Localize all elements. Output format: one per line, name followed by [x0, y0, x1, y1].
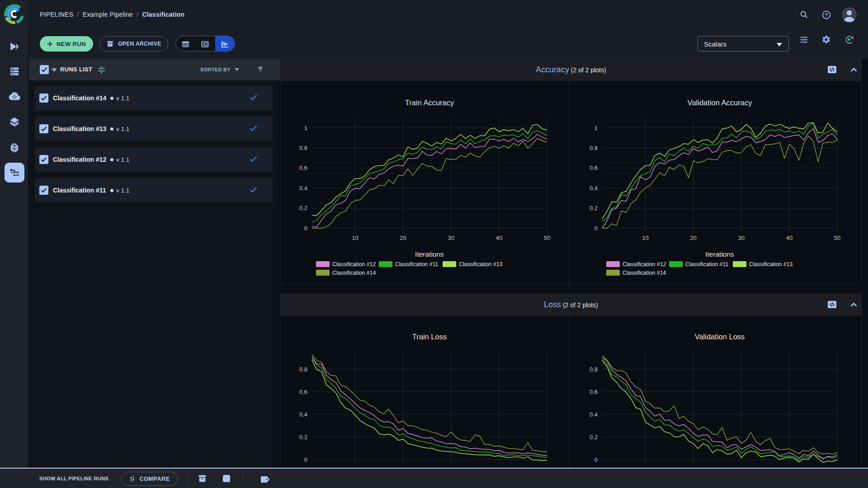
svg-text:40: 40: [786, 235, 793, 241]
svg-text:0.4: 0.4: [299, 185, 307, 192]
svg-text:Classification #14: Classification #14: [332, 270, 376, 276]
svg-text:Iterations: Iterations: [415, 250, 444, 258]
svg-text:0.4: 0.4: [590, 185, 598, 192]
svg-text:0.6: 0.6: [299, 389, 307, 395]
svg-text:0: 0: [594, 225, 598, 232]
svg-text:0.2: 0.2: [590, 434, 598, 441]
svg-text:Classification #11: Classification #11: [395, 261, 439, 267]
svg-text:Classification #14: Classification #14: [623, 270, 666, 276]
svg-text:Train Accuracy: Train Accuracy: [405, 99, 454, 107]
svg-text:0.8: 0.8: [590, 366, 598, 373]
svg-text:Validation Accuracy: Validation Accuracy: [688, 99, 753, 107]
svg-text:50: 50: [544, 235, 550, 241]
svg-text:Iterations: Iterations: [705, 250, 734, 258]
svg-text:0: 0: [594, 456, 598, 463]
svg-text:?: ?: [825, 12, 828, 18]
svg-text:0.6: 0.6: [590, 389, 598, 395]
svg-text:Classification #11: Classification #11: [685, 261, 729, 267]
svg-text:30: 30: [738, 235, 745, 241]
svg-text:Classification #12: Classification #12: [623, 261, 666, 267]
svg-text:Train Loss: Train Loss: [412, 333, 447, 341]
svg-text:1: 1: [304, 125, 307, 131]
svg-text:30: 30: [448, 235, 454, 241]
svg-text:0: 0: [304, 456, 307, 463]
svg-text:0.4: 0.4: [590, 411, 598, 418]
svg-text:1: 1: [594, 125, 598, 131]
svg-text:0.6: 0.6: [590, 164, 598, 171]
svg-text:0: 0: [304, 225, 307, 232]
svg-text:10: 10: [352, 235, 358, 241]
svg-text:0.2: 0.2: [299, 434, 307, 441]
svg-text:20: 20: [690, 235, 696, 241]
svg-text:0.8: 0.8: [590, 145, 598, 151]
svg-text:Validation Loss: Validation Loss: [695, 333, 745, 341]
svg-text:0.2: 0.2: [590, 205, 598, 211]
svg-text:0.2: 0.2: [299, 205, 307, 211]
svg-text:0.8: 0.8: [299, 366, 307, 373]
svg-text:50: 50: [834, 235, 840, 241]
svg-text:10: 10: [642, 235, 648, 241]
svg-text:0.6: 0.6: [299, 164, 307, 171]
svg-text:0.8: 0.8: [299, 145, 307, 151]
svg-text:Classification #12: Classification #12: [332, 261, 376, 267]
svg-text:40: 40: [496, 235, 502, 241]
svg-text:Classification #13: Classification #13: [749, 261, 793, 267]
svg-text:0.4: 0.4: [299, 411, 307, 418]
svg-text:20: 20: [400, 235, 406, 241]
svg-text:Classification #13: Classification #13: [459, 261, 503, 267]
